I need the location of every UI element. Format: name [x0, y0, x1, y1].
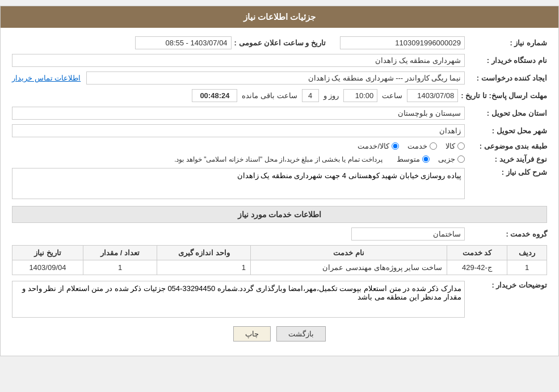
- cell-date: 1403/09/04: [12, 260, 83, 275]
- city-value: زاهدان: [12, 124, 465, 137]
- deadline-label: مهلت ارسال پاسخ: تا تاریخ :: [461, 91, 547, 100]
- col-header-name: نام خدمت: [250, 246, 447, 260]
- process-option-jozii[interactable]: جزیی: [438, 155, 465, 163]
- col-header-date: تاریخ نیاز: [12, 246, 83, 260]
- deadline-date: 1403/07/08: [407, 89, 458, 102]
- deadline-time: 10:00: [343, 89, 377, 102]
- service-table: ردیف کد خدمت نام خدمت واحد اندازه گیری ت…: [12, 245, 547, 275]
- deadline-countdown: 00:48:24: [192, 89, 237, 102]
- action-buttons: بازگشت چاپ: [12, 326, 547, 342]
- category-option-khadamat[interactable]: خدمت: [407, 142, 437, 150]
- province-value: سیستان و بلوچستان: [12, 107, 465, 120]
- category-option-kala-khadamat[interactable]: کالا/خدمت: [358, 142, 399, 150]
- process-label: نوع فرآیند خرید :: [468, 155, 547, 163]
- cell-code: ج-42-429: [447, 260, 507, 275]
- buyer-org-label: نام دستگاه خریدار :: [468, 56, 547, 65]
- cell-qty: 1: [83, 260, 157, 275]
- buyer-notes-label: توضیحات خریدار :: [468, 281, 547, 289]
- creator-label: ایجاد کننده درخواست :: [468, 74, 547, 82]
- process-radio-group: جزیی متوسط پرداخت تمام یا بخشی از مبلغ خ…: [174, 155, 465, 163]
- service-group-label: گروه خدمت :: [468, 230, 547, 238]
- announcement-date-value: 1403/07/04 - 08:55: [135, 36, 232, 49]
- description-label: شرح کلی نیاز :: [468, 168, 547, 176]
- deadline-time-label: ساعت: [382, 91, 402, 100]
- deadline-days: 4: [302, 89, 319, 102]
- process-note: پرداخت تمام یا بخشی از مبلغ خرید،از محل …: [174, 155, 383, 163]
- col-header-unit: واحد اندازه گیری: [157, 246, 251, 260]
- page-header: جزئیات اطلاعات نیاز: [1, 6, 558, 28]
- category-option-kala[interactable]: کالا: [445, 142, 465, 150]
- city-label: شهر محل تحویل :: [468, 127, 547, 135]
- need-number-value: 1103091996000029: [340, 36, 465, 49]
- cell-unit: 1: [157, 260, 251, 275]
- header-title: جزئیات اطلاعات نیاز: [243, 12, 316, 22]
- print-button[interactable]: چاپ: [233, 326, 271, 342]
- category-radio-group: کالا خدمت کالا/خدمت: [358, 142, 465, 150]
- announcement-date-label: تاریخ و ساعت اعلان عمومی :: [234, 39, 326, 47]
- category-label: طبقه بندی موضوعی :: [468, 142, 547, 150]
- contact-link[interactable]: اطلاعات تماس خریدار: [12, 74, 81, 82]
- deadline-day-label: روز و: [323, 91, 339, 100]
- need-number-label: شماره نیاز :: [468, 39, 547, 47]
- service-group-value: ساختمان: [351, 227, 465, 241]
- col-header-qty: تعداد / مقدار: [83, 246, 157, 260]
- cell-name: ساخت سایر پروژه‌های مهندسی عمران: [250, 260, 447, 275]
- services-section-header: اطلاعات خدمات مورد نیاز: [12, 206, 547, 223]
- back-button[interactable]: بازگشت: [276, 326, 326, 342]
- col-header-code: کد خدمت: [447, 246, 507, 260]
- buyer-notes-textarea[interactable]: [12, 281, 465, 318]
- buyer-org-value: شهرداری منطقه یک زاهدان: [12, 54, 465, 67]
- creator-value: نیما ریگی کارواندر --- شهرداری منطقه یک …: [86, 71, 465, 85]
- deadline-remaining-label: ساعت باقی مانده: [242, 91, 297, 100]
- table-row: 1 ج-42-429 ساخت سایر پروژه‌های مهندسی عم…: [12, 260, 547, 275]
- province-label: استان محل تحویل :: [468, 109, 547, 117]
- process-option-motavasset[interactable]: متوسط: [397, 155, 430, 163]
- description-textarea[interactable]: [12, 168, 465, 199]
- cell-row: 1: [507, 260, 547, 275]
- col-header-row: ردیف: [507, 246, 547, 260]
